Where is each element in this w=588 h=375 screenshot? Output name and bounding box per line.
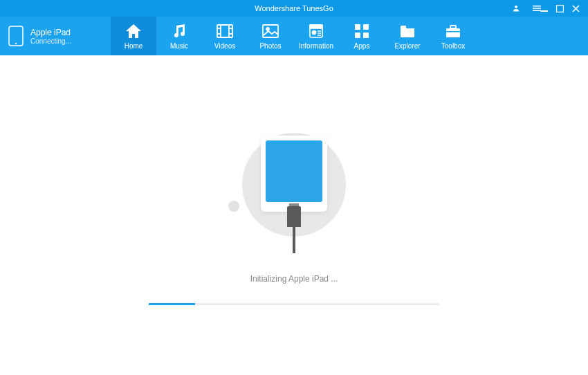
device-illustration (235, 126, 353, 244)
nav-home[interactable]: Home (111, 17, 156, 55)
nav-photos-label: Photos (259, 42, 281, 50)
header-nav: Apple iPad Connecting... Home Music Vide… (0, 17, 588, 55)
svg-rect-15 (263, 25, 278, 37)
nav-home-label: Home (125, 42, 143, 50)
music-icon (170, 23, 188, 39)
device-icon (8, 26, 24, 46)
nav-music[interactable]: Music (156, 17, 202, 55)
user-icon[interactable] (509, 3, 523, 14)
svg-point-19 (313, 30, 316, 34)
svg-rect-29 (450, 26, 456, 28)
information-icon (307, 23, 325, 39)
svg-rect-5 (557, 5, 564, 12)
maximize-button[interactable] (553, 3, 567, 14)
tablet-graphic (261, 136, 327, 212)
svg-rect-18 (310, 25, 322, 28)
nav-explorer[interactable]: Explorer (385, 17, 430, 55)
svg-rect-4 (540, 10, 548, 12)
svg-rect-26 (363, 33, 369, 38)
nav-toolbox-label: Toolbox (441, 42, 465, 50)
svg-rect-25 (355, 33, 360, 38)
svg-rect-27 (401, 26, 406, 28)
nav-music-label: Music (170, 42, 188, 50)
svg-point-16 (266, 28, 269, 30)
svg-point-7 (15, 43, 17, 44)
svg-rect-8 (217, 25, 232, 37)
nav-explorer-label: Explorer (394, 42, 420, 50)
progress-bar (149, 303, 439, 305)
nav-videos[interactable]: Videos (202, 17, 248, 55)
photos-icon (261, 23, 279, 39)
apps-icon (353, 23, 371, 39)
svg-point-0 (515, 6, 517, 8)
nav-information-label: Information (299, 42, 333, 50)
minimize-button[interactable] (538, 3, 551, 14)
svg-rect-24 (363, 24, 369, 30)
nav-apps-label: Apps (354, 42, 370, 50)
nav-photos[interactable]: Photos (248, 17, 293, 55)
nav-toolbox[interactable]: Toolbox (430, 17, 476, 55)
explorer-icon (398, 23, 416, 39)
progress-fill (149, 303, 195, 305)
titlebar: Wondershare TunesGo (0, 0, 588, 17)
close-button[interactable] (569, 3, 582, 14)
cable-icon (287, 206, 301, 227)
device-status: Connecting... (30, 37, 71, 45)
videos-icon (216, 23, 234, 39)
app-title: Wondershare TunesGo (255, 4, 333, 12)
svg-rect-28 (446, 28, 460, 37)
svg-rect-23 (355, 24, 360, 30)
home-icon (125, 23, 143, 39)
svg-rect-6 (9, 26, 23, 46)
toolbox-icon (444, 23, 462, 39)
status-text: Initializing Apple iPad ... (250, 274, 338, 284)
svg-rect-30 (446, 31, 460, 33)
nav-apps[interactable]: Apps (339, 17, 385, 55)
main-content: Initializing Apple iPad ... (0, 55, 588, 375)
nav-videos-label: Videos (214, 42, 235, 50)
nav-information[interactable]: Information (293, 17, 339, 55)
device-panel[interactable]: Apple iPad Connecting... (0, 17, 111, 55)
device-name: Apple iPad (30, 28, 71, 37)
